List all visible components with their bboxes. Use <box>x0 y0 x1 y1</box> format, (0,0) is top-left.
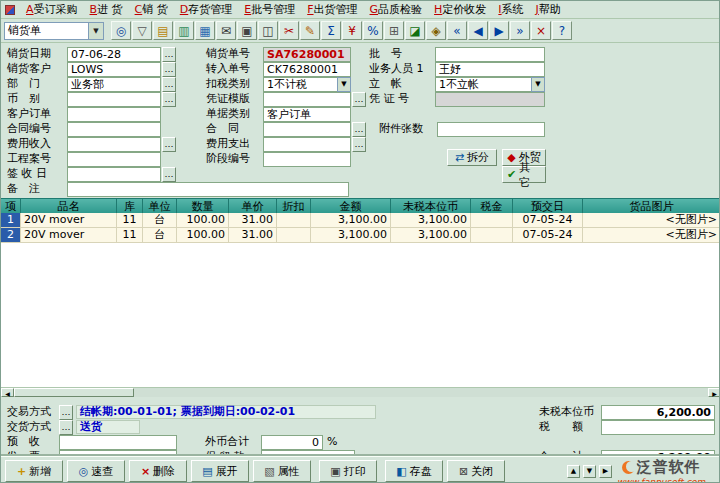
col-header-qty[interactable]: 数量 <box>177 199 229 213</box>
scroll-left-icon[interactable]: ◀ <box>1 388 14 397</box>
menu-item-inventory[interactable]: D存货管理 <box>174 1 238 18</box>
cell-unit[interactable]: 台 <box>143 228 177 242</box>
cell-amount[interactable]: 3,100.00 <box>311 228 391 242</box>
fee-expense-browse-button[interactable]: … <box>352 137 366 152</box>
contract-browse-button[interactable]: … <box>352 122 366 137</box>
first-record-icon[interactable]: « <box>447 21 467 40</box>
menu-item-sales[interactable]: C销 货 <box>129 1 174 18</box>
print-icon[interactable]: ▣ <box>237 21 257 40</box>
cell-tax[interactable] <box>471 228 513 242</box>
sign-date-field[interactable] <box>67 167 161 182</box>
mail-icon[interactable]: ✉ <box>216 21 236 40</box>
import-icon[interactable]: ▦ <box>195 21 215 40</box>
col-header-due-date[interactable]: 预交日 <box>513 199 583 213</box>
menu-item-pricing[interactable]: H定价收发 <box>428 1 492 18</box>
ledger-dropdown-icon[interactable]: ▼ <box>531 77 545 92</box>
table-row[interactable]: 1 20V mover 11 台 100.00 31.00 3,100.00 3… <box>1 213 720 228</box>
scroll-right-icon[interactable]: ▶ <box>708 388 720 397</box>
delete-button[interactable]: × 删除 <box>129 460 187 482</box>
properties-button[interactable]: ▧ 属性 <box>253 460 311 482</box>
cell-image[interactable]: <无图片> <box>583 213 720 227</box>
contract-field[interactable] <box>263 122 351 137</box>
filter-icon[interactable]: ▽ <box>132 21 152 40</box>
fee-income-browse-button[interactable]: … <box>162 137 176 152</box>
col-header-warehouse[interactable]: 库 <box>117 199 143 213</box>
cell-unit[interactable]: 台 <box>143 213 177 227</box>
percent-icon[interactable]: % <box>363 21 383 40</box>
cell-image[interactable]: <无图片> <box>583 228 720 242</box>
cell-product[interactable]: 20V mover <box>21 228 117 242</box>
tax-type-dropdown-icon[interactable]: ▼ <box>337 77 351 92</box>
department-field[interactable]: 业务部 <box>67 77 161 92</box>
currency-browse-button[interactable]: … <box>162 92 176 107</box>
menu-item-system[interactable]: I系统 <box>492 1 529 18</box>
menu-item-quality[interactable]: G品质检验 <box>364 1 429 18</box>
voucher-tpl-field[interactable] <box>263 92 351 107</box>
customer-order-field[interactable] <box>67 107 161 122</box>
cell-qty[interactable]: 100.00 <box>177 213 229 227</box>
prepaid-field[interactable] <box>59 435 177 450</box>
preview-icon[interactable]: ◫ <box>258 21 278 40</box>
customer-field[interactable]: LOWS <box>67 62 161 77</box>
chevron-down-icon[interactable]: ▼ <box>88 23 103 39</box>
attachments-field[interactable] <box>437 122 545 137</box>
menu-item-inbound[interactable]: B进 货 <box>84 1 129 18</box>
stage-no-field[interactable] <box>263 152 351 167</box>
col-header-discount[interactable]: 折扣 <box>277 199 311 213</box>
contract-no-field[interactable] <box>67 122 161 137</box>
search-icon[interactable]: ◎ <box>111 21 131 40</box>
new-button[interactable]: + 新增 <box>5 460 63 482</box>
sale-date-browse-button[interactable]: … <box>162 47 176 62</box>
scrollbar-thumb[interactable] <box>14 388 134 397</box>
menu-item-shipping[interactable]: F出货管理 <box>301 1 363 18</box>
horizontal-scrollbar[interactable]: ◀ ▶ <box>1 387 720 397</box>
close-button[interactable]: ⊠ 关闭 <box>447 460 505 482</box>
foreign-total-field[interactable]: 0 <box>261 435 323 450</box>
cell-price[interactable]: 31.00 <box>229 213 277 227</box>
col-header-product[interactable]: 品名 <box>21 199 117 213</box>
cell-untaxed[interactable]: 3,100.00 <box>391 228 471 242</box>
chart-icon[interactable]: ◪ <box>405 21 425 40</box>
ledger-combo[interactable]: 1不立帐 <box>435 77 545 92</box>
cell-discount[interactable] <box>277 228 311 242</box>
remark-field[interactable] <box>67 182 349 197</box>
cell-product[interactable]: 20V mover <box>21 213 117 227</box>
trade-mode-browse-button[interactable]: … <box>59 405 73 420</box>
voucher-tpl-browse-button[interactable]: … <box>352 92 366 107</box>
prev-record-icon[interactable]: ◀ <box>468 21 488 40</box>
menu-item-batch[interactable]: E批号管理 <box>238 1 301 18</box>
expand-button[interactable]: ▤ 展开 <box>191 460 249 482</box>
sign-date-browse-button[interactable]: … <box>162 167 176 182</box>
save-button[interactable]: ◧ 存盘 <box>385 460 443 482</box>
edit-icon[interactable]: ✎ <box>300 21 320 40</box>
nav-up-icon[interactable]: ▲ <box>567 465 580 478</box>
print-button[interactable]: ▣ 打印 <box>319 460 377 482</box>
copy-icon[interactable]: ▤ <box>153 21 173 40</box>
customer-browse-button[interactable]: … <box>162 62 176 77</box>
cell-amount[interactable]: 3,100.00 <box>311 213 391 227</box>
cell-due-date[interactable]: 07-05-24 <box>513 228 583 242</box>
col-header-unit[interactable]: 单位 <box>143 199 177 213</box>
export-icon[interactable]: ▥ <box>174 21 194 40</box>
split-button[interactable]: ⇄ 拆分 <box>447 149 497 166</box>
department-browse-button[interactable]: … <box>162 77 176 92</box>
currency-icon[interactable]: ¥ <box>342 21 362 40</box>
menu-item-help[interactable]: J帮助 <box>530 1 567 18</box>
currency-field[interactable] <box>67 92 161 107</box>
fee-expense-field[interactable] <box>263 137 351 152</box>
nav-down-icon[interactable]: ▼ <box>583 465 596 478</box>
cell-price[interactable]: 31.00 <box>229 228 277 242</box>
sale-date-field[interactable]: 07-06-28 <box>67 47 161 62</box>
col-header-untaxed[interactable]: 未税本位币 <box>391 199 471 213</box>
other-button[interactable]: ✔ 其它 <box>502 166 546 183</box>
grid-icon[interactable]: ⊞ <box>384 21 404 40</box>
project-no-field[interactable] <box>67 152 161 167</box>
close-doc-icon[interactable]: × <box>531 21 551 40</box>
cell-warehouse[interactable]: 11 <box>117 213 143 227</box>
table-row[interactable]: 2 20V mover 11 台 100.00 31.00 3,100.00 3… <box>1 228 720 243</box>
help-icon[interactable]: ? <box>552 21 572 40</box>
cell-discount[interactable] <box>277 213 311 227</box>
brand-url[interactable]: www.fanpusoft.com <box>605 477 717 483</box>
cell-untaxed[interactable]: 3,100.00 <box>391 213 471 227</box>
next-record-icon[interactable]: ▶ <box>489 21 509 40</box>
